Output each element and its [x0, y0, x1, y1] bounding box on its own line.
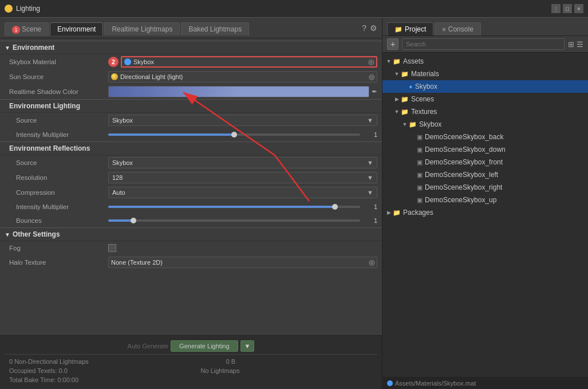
scenes-arrow: ▶ [393, 96, 401, 102]
eyedropper-icon[interactable]: ✒ [372, 88, 377, 96]
intensity-thumb-2[interactable] [332, 204, 338, 210]
search-bar: + ⊞ ☰ [382, 36, 588, 53]
scenes-label: Scenes [411, 95, 434, 103]
status-row-2: Occupied Texels: 0.0 No Lightmaps [9, 366, 373, 375]
add-button[interactable]: + [387, 38, 398, 50]
tab-actions: ? ⚙ [362, 23, 377, 35]
help-icon[interactable]: ? [362, 23, 366, 33]
maximize-button[interactable]: □ [563, 4, 572, 13]
halo-texture-label: Halo Texture [9, 259, 104, 266]
tree-item-skybox-right[interactable]: ▶ ▣ DemoSceneSkybox_right [382, 181, 588, 194]
tab-realtime-lightmaps[interactable]: Realtime Lightmaps [104, 22, 180, 36]
env-lighting-intensity-value: 1 [108, 131, 377, 138]
tab-scene[interactable]: 1Scene [5, 22, 49, 36]
intensity-thumb-1[interactable] [231, 132, 237, 137]
tree-item-assets[interactable]: ▼ 📁 Assets [382, 55, 588, 68]
resolution-dropdown[interactable]: 128 ▼ [108, 172, 377, 183]
assets-label: Assets [403, 57, 424, 65]
bounces-slider[interactable]: 1 [108, 217, 377, 224]
tree-item-textures[interactable]: ▼ 📁 Textures [382, 105, 588, 118]
environment-section-label: Environment [13, 44, 54, 52]
menu-button[interactable]: ⋮ [551, 4, 561, 13]
fog-row: Fog [0, 241, 382, 255]
env-lighting-header: Environment Lighting [0, 99, 382, 113]
env-reflections-source-dropdown[interactable]: Skybox ▼ [108, 157, 377, 168]
search-input[interactable] [402, 38, 565, 50]
skybox-front-label: DemoSceneSkybox_front [425, 158, 503, 166]
generate-lighting-button[interactable]: Generate Lighting [171, 340, 238, 352]
bounces-value: 1 [108, 217, 377, 224]
skybox-material-label: Skybox Material [9, 58, 104, 65]
sun-source-field[interactable]: Directional Light (light) ◎ [108, 71, 377, 82]
tree-item-skybox-folder[interactable]: ▼ 📁 Skybox [382, 118, 588, 131]
env-lighting-intensity-slider[interactable]: 1 [108, 131, 377, 138]
close-button[interactable]: × [574, 4, 583, 13]
search-settings-icon[interactable]: ☰ [577, 40, 583, 49]
skybox-material-field[interactable]: Skybox ◎ [121, 56, 377, 68]
skybox-down-icon: ▣ [417, 146, 423, 154]
textures-label: Textures [411, 108, 437, 116]
intensity-fill-2 [108, 206, 335, 208]
env-reflections-source-row: Source Skybox ▼ [0, 155, 382, 170]
status-row-3: Total Bake Time: 0:00:00 [9, 375, 373, 384]
tab-console[interactable]: ≡ Console [435, 22, 480, 36]
halo-texture-field[interactable]: None (Texture 2D) ◎ [108, 257, 377, 268]
sun-source-select-icon[interactable]: ◎ [369, 73, 374, 81]
assets-arrow: ▼ [385, 58, 393, 64]
tree-item-skybox-down[interactable]: ▶ ▣ DemoSceneSkybox_down [382, 143, 588, 156]
env-lighting-intensity-label: Intensity Multiplier [9, 131, 104, 138]
env-lighting-source-dropdown[interactable]: Skybox ▼ [108, 115, 377, 126]
bounces-thumb[interactable] [131, 218, 136, 223]
compression-value: Auto ▼ [108, 187, 377, 198]
bake-time-text: Total Bake Time: 0:00:00 [9, 376, 78, 383]
compression-dropdown[interactable]: Auto ▼ [108, 187, 377, 198]
environment-section-header[interactable]: ▼ Environment [0, 41, 382, 54]
tree-item-skybox-front[interactable]: ▶ ▣ DemoSceneSkybox_front [382, 156, 588, 168]
occupied-text: Occupied Texels: 0.0 [9, 367, 68, 374]
tree-item-skybox-up[interactable]: ▶ ▣ DemoSceneSkybox_up [382, 194, 588, 206]
other-settings-label: Other Settings [13, 230, 60, 238]
generate-dropdown-button[interactable]: ▼ [240, 340, 255, 352]
materials-label: Materials [411, 70, 439, 78]
tree-item-packages[interactable]: ▶ 📁 Packages [382, 206, 588, 219]
skybox-material-value: 2 Skybox ◎ [108, 56, 377, 68]
env-lighting-intensity-row: Intensity Multiplier 1 [0, 128, 382, 142]
right-panel: 📁 Project ≡ Console + ⊞ ☰ ▼ 📁 Assets [382, 18, 588, 389]
search-filter-icon[interactable]: ⊞ [568, 40, 574, 49]
env-reflections-intensity-slider[interactable]: 1 [108, 203, 377, 210]
env-reflections-intensity-label: Intensity Multiplier [9, 203, 104, 210]
auto-generate-label: Auto Generate [128, 343, 169, 349]
bottom-status: 0 Non-Directional Lightmaps 0 B Occupied… [5, 355, 377, 387]
dropdown-arrow-1: ▼ [367, 117, 373, 124]
tabs-bar: 1Scene Environment Realtime Lightmaps Ba… [0, 18, 382, 38]
env-reflections-intensity-val: 1 [364, 203, 377, 210]
halo-texture-row: Halo Texture None (Texture 2D) ◎ [0, 255, 382, 270]
halo-texture-select-icon[interactable]: ◎ [369, 258, 374, 266]
resolution-row: Resolution 128 ▼ [0, 170, 382, 185]
other-settings-header[interactable]: ▼ Other Settings [0, 227, 382, 241]
skybox-select-icon[interactable]: ◎ [368, 58, 374, 66]
tab-environment[interactable]: Environment [50, 22, 103, 36]
materials-folder-icon: 📁 [401, 70, 409, 78]
skybox-left-label: DemoSceneSkybox_left [425, 171, 498, 179]
tree-item-scenes[interactable]: ▶ 📁 Scenes [382, 93, 588, 105]
tree-item-materials[interactable]: ▼ 📁 Materials [382, 68, 588, 80]
right-tabs: 📁 Project ≡ Console [382, 18, 588, 36]
fog-checkbox[interactable] [108, 244, 116, 252]
skybox-folder-arrow: ▼ [401, 121, 409, 127]
skybox-front-icon: ▣ [417, 159, 423, 166]
main-layout: 1Scene Environment Realtime Lightmaps Ba… [0, 18, 588, 389]
path-text: Assets/Materials/Skybox.mat [395, 380, 476, 387]
shadow-color-field[interactable] [108, 86, 369, 97]
tab-project[interactable]: 📁 Project [387, 22, 433, 36]
window-controls[interactable]: ⋮ □ × [551, 4, 583, 13]
tab-baked-lightmaps[interactable]: Baked Lightmaps [181, 22, 249, 36]
shadow-color-value: ✒ [108, 86, 377, 97]
skybox-dot [124, 58, 131, 65]
tree-item-skybox-left[interactable]: ▶ ▣ DemoSceneSkybox_left [382, 168, 588, 181]
assets-folder-icon: 📁 [393, 58, 401, 65]
settings-icon[interactable]: ⚙ [370, 23, 377, 33]
tree-item-skybox-back[interactable]: ▶ ▣ DemoSceneSkybox_back [382, 131, 588, 143]
tree-item-skybox-material[interactable]: ▶ ● Skybox [382, 80, 588, 93]
panel-content: ▼ Environment Skybox Material 2 Skybox ◎… [0, 38, 382, 335]
